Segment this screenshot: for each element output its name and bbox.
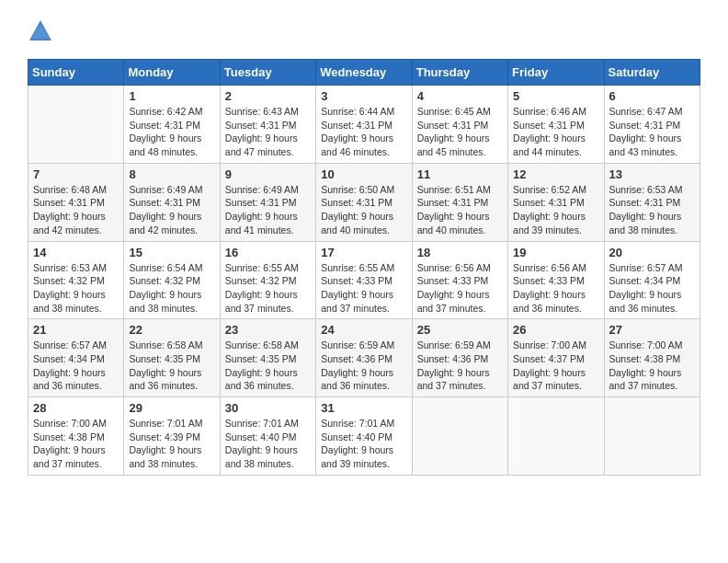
day-info: Sunrise: 6:49 AMSunset: 4:31 PMDaylight:… — [129, 183, 214, 237]
day-info: Sunrise: 6:55 AMSunset: 4:32 PMDaylight:… — [225, 261, 311, 316]
day-number: 5 — [513, 89, 598, 103]
day-info: Sunrise: 7:00 AMSunset: 4:38 PMDaylight:… — [609, 339, 695, 393]
day-number: 10 — [321, 167, 406, 181]
calendar-cell: 11Sunrise: 6:51 AMSunset: 4:31 PMDayligh… — [412, 163, 507, 241]
day-number: 18 — [417, 246, 503, 259]
calendar-cell: 22Sunrise: 6:58 AMSunset: 4:35 PMDayligh… — [124, 319, 220, 397]
weekday-header: Monday — [124, 60, 220, 86]
calendar-cell: 10Sunrise: 6:50 AMSunset: 4:31 PMDayligh… — [316, 163, 412, 241]
day-info: Sunrise: 6:58 AMSunset: 4:35 PMDaylight:… — [129, 339, 214, 393]
calendar-week-row: 7Sunrise: 6:48 AMSunset: 4:31 PMDaylight… — [28, 163, 700, 241]
weekday-header: Friday — [508, 60, 604, 86]
day-number: 21 — [33, 323, 119, 337]
day-number: 16 — [225, 246, 311, 259]
day-number: 2 — [225, 89, 311, 103]
calendar-cell: 18Sunrise: 6:56 AMSunset: 4:33 PMDayligh… — [412, 241, 507, 319]
calendar-header-row: SundayMondayTuesdayWednesdayThursdayFrid… — [28, 60, 700, 86]
svg-marker-1 — [31, 24, 50, 39]
day-number: 3 — [321, 89, 406, 103]
day-number: 22 — [129, 323, 214, 337]
calendar-cell: 19Sunrise: 6:56 AMSunset: 4:33 PMDayligh… — [508, 241, 604, 319]
calendar-cell: 20Sunrise: 6:57 AMSunset: 4:34 PMDayligh… — [604, 241, 700, 319]
day-info: Sunrise: 6:53 AMSunset: 4:31 PMDaylight:… — [609, 183, 695, 237]
calendar-cell: 12Sunrise: 6:52 AMSunset: 4:31 PMDayligh… — [508, 163, 604, 241]
day-info: Sunrise: 6:57 AMSunset: 4:34 PMDaylight:… — [609, 261, 695, 316]
day-number: 17 — [321, 246, 406, 259]
day-info: Sunrise: 6:56 AMSunset: 4:33 PMDaylight:… — [417, 261, 503, 316]
day-number: 8 — [129, 167, 214, 181]
calendar-cell: 2Sunrise: 6:43 AMSunset: 4:31 PMDaylight… — [220, 86, 315, 164]
day-info: Sunrise: 6:50 AMSunset: 4:31 PMDaylight:… — [321, 183, 406, 237]
calendar-cell — [412, 397, 507, 476]
calendar-cell: 25Sunrise: 6:59 AMSunset: 4:36 PMDayligh… — [412, 319, 507, 397]
day-info: Sunrise: 6:59 AMSunset: 4:36 PMDaylight:… — [321, 339, 406, 393]
day-info: Sunrise: 6:48 AMSunset: 4:31 PMDaylight:… — [33, 183, 119, 237]
day-number: 12 — [513, 167, 598, 181]
day-info: Sunrise: 6:53 AMSunset: 4:32 PMDaylight:… — [33, 261, 119, 316]
calendar-week-row: 28Sunrise: 7:00 AMSunset: 4:38 PMDayligh… — [28, 397, 700, 476]
calendar-cell: 27Sunrise: 7:00 AMSunset: 4:38 PMDayligh… — [604, 319, 700, 397]
calendar-cell: 3Sunrise: 6:44 AMSunset: 4:31 PMDaylight… — [316, 86, 412, 164]
calendar-body: 1Sunrise: 6:42 AMSunset: 4:31 PMDaylight… — [28, 86, 700, 476]
day-info: Sunrise: 6:45 AMSunset: 4:31 PMDaylight:… — [417, 105, 503, 159]
day-number: 25 — [417, 323, 503, 337]
day-info: Sunrise: 7:01 AMSunset: 4:39 PMDaylight:… — [129, 417, 214, 471]
day-info: Sunrise: 6:46 AMSunset: 4:31 PMDaylight:… — [513, 105, 598, 159]
calendar-cell: 31Sunrise: 7:01 AMSunset: 4:40 PMDayligh… — [316, 397, 412, 476]
page-header — [28, 18, 700, 44]
calendar-cell: 1Sunrise: 6:42 AMSunset: 4:31 PMDaylight… — [124, 86, 220, 164]
day-number: 28 — [33, 401, 119, 415]
day-number: 15 — [129, 246, 214, 259]
day-number: 9 — [225, 167, 311, 181]
day-info: Sunrise: 7:01 AMSunset: 4:40 PMDaylight:… — [225, 417, 311, 471]
day-info: Sunrise: 6:51 AMSunset: 4:31 PMDaylight:… — [417, 183, 503, 237]
weekday-header: Wednesday — [316, 60, 412, 86]
day-info: Sunrise: 6:44 AMSunset: 4:31 PMDaylight:… — [321, 105, 406, 159]
day-number: 19 — [513, 246, 598, 259]
calendar-cell: 14Sunrise: 6:53 AMSunset: 4:32 PMDayligh… — [28, 241, 124, 319]
calendar-cell: 8Sunrise: 6:49 AMSunset: 4:31 PMDaylight… — [124, 163, 220, 241]
logo-icon — [28, 18, 53, 44]
calendar-cell — [28, 86, 124, 164]
calendar-cell: 7Sunrise: 6:48 AMSunset: 4:31 PMDaylight… — [28, 163, 124, 241]
calendar-cell: 24Sunrise: 6:59 AMSunset: 4:36 PMDayligh… — [316, 319, 412, 397]
day-number: 31 — [321, 401, 406, 415]
day-info: Sunrise: 6:49 AMSunset: 4:31 PMDaylight:… — [225, 183, 311, 237]
calendar-cell: 23Sunrise: 6:58 AMSunset: 4:35 PMDayligh… — [220, 319, 315, 397]
day-info: Sunrise: 7:01 AMSunset: 4:40 PMDaylight:… — [321, 417, 406, 471]
weekday-header: Tuesday — [220, 60, 315, 86]
day-number: 20 — [609, 246, 695, 259]
calendar-table: SundayMondayTuesdayWednesdayThursdayFrid… — [28, 59, 700, 476]
day-number: 4 — [417, 89, 503, 103]
logo — [28, 18, 57, 44]
day-number: 14 — [33, 246, 119, 259]
calendar-cell: 26Sunrise: 7:00 AMSunset: 4:37 PMDayligh… — [508, 319, 604, 397]
day-info: Sunrise: 6:52 AMSunset: 4:31 PMDaylight:… — [513, 183, 598, 237]
day-number: 11 — [417, 167, 503, 181]
day-number: 24 — [321, 323, 406, 337]
day-number: 7 — [33, 167, 119, 181]
calendar-week-row: 14Sunrise: 6:53 AMSunset: 4:32 PMDayligh… — [28, 241, 700, 319]
calendar-week-row: 1Sunrise: 6:42 AMSunset: 4:31 PMDaylight… — [28, 86, 700, 164]
day-info: Sunrise: 6:42 AMSunset: 4:31 PMDaylight:… — [129, 105, 214, 159]
calendar-cell: 30Sunrise: 7:01 AMSunset: 4:40 PMDayligh… — [220, 397, 315, 476]
weekday-header: Saturday — [604, 60, 700, 86]
day-info: Sunrise: 6:54 AMSunset: 4:32 PMDaylight:… — [129, 261, 214, 316]
day-number: 30 — [225, 401, 311, 415]
day-info: Sunrise: 6:56 AMSunset: 4:33 PMDaylight:… — [513, 261, 598, 316]
calendar-cell: 15Sunrise: 6:54 AMSunset: 4:32 PMDayligh… — [124, 241, 220, 319]
calendar-cell: 28Sunrise: 7:00 AMSunset: 4:38 PMDayligh… — [28, 397, 124, 476]
day-info: Sunrise: 6:57 AMSunset: 4:34 PMDaylight:… — [33, 339, 119, 393]
day-info: Sunrise: 7:00 AMSunset: 4:38 PMDaylight:… — [33, 417, 119, 471]
day-info: Sunrise: 6:59 AMSunset: 4:36 PMDaylight:… — [417, 339, 503, 393]
calendar-cell: 17Sunrise: 6:55 AMSunset: 4:33 PMDayligh… — [316, 241, 412, 319]
day-number: 1 — [129, 89, 214, 103]
calendar-week-row: 21Sunrise: 6:57 AMSunset: 4:34 PMDayligh… — [28, 319, 700, 397]
calendar-cell: 29Sunrise: 7:01 AMSunset: 4:39 PMDayligh… — [124, 397, 220, 476]
weekday-header: Thursday — [412, 60, 507, 86]
calendar-cell: 21Sunrise: 6:57 AMSunset: 4:34 PMDayligh… — [28, 319, 124, 397]
calendar-cell: 16Sunrise: 6:55 AMSunset: 4:32 PMDayligh… — [220, 241, 315, 319]
day-number: 27 — [609, 323, 695, 337]
calendar-cell: 6Sunrise: 6:47 AMSunset: 4:31 PMDaylight… — [604, 86, 700, 164]
day-number: 6 — [609, 89, 695, 103]
